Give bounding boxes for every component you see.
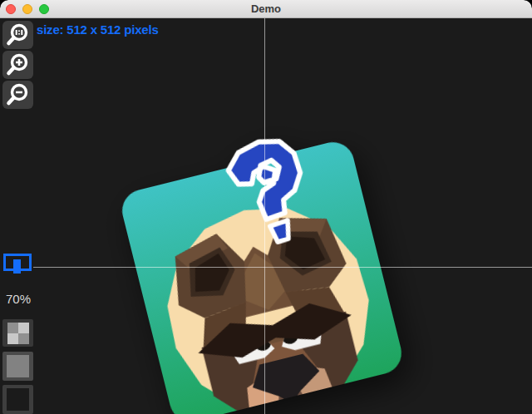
window-title: Demo [0,2,532,15]
image-canvas[interactable] [0,18,532,414]
title-bar[interactable]: Demo [0,0,532,18]
background-gray-button[interactable] [2,352,33,381]
horizontal-guide-handle-icon[interactable] [3,254,32,271]
zoom-level-label: 70% [6,292,31,306]
viewed-image-bear [118,138,406,414]
magnifier-zoom-out-icon [6,82,31,107]
gray-swatch-icon [7,355,29,377]
vertical-guide-line [264,18,265,414]
zoom-in-button[interactable] [2,51,33,79]
background-checker-button[interactable] [2,319,33,347]
guide-handle-knob [13,259,21,274]
horizontal-guide-line [33,267,532,268]
app-window: Demo [0,0,532,414]
image-size-label: size: 512 x 512 pixels [37,22,159,37]
magnifier-actual-size-icon [6,22,31,47]
background-black-button[interactable] [2,385,33,414]
zoom-out-button[interactable] [2,81,33,109]
magnifier-zoom-in-icon [6,52,31,77]
black-swatch-icon [7,388,29,411]
checkerboard-swatch-icon [7,323,29,344]
zoom-actual-size-button[interactable] [2,21,33,49]
